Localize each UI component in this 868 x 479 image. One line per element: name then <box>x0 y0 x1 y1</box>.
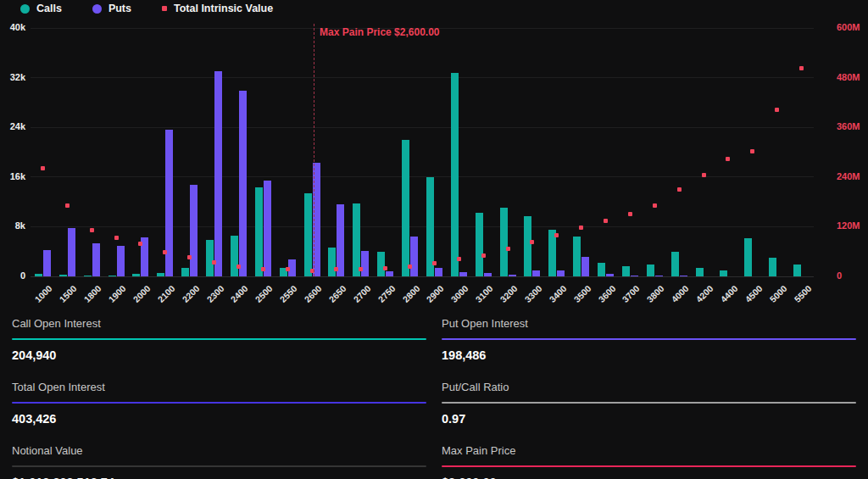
call-bar-2400[interactable] <box>231 236 238 276</box>
call-bar-1900[interactable] <box>108 276 116 276</box>
put-bar-2700[interactable] <box>361 251 369 276</box>
put-bar-1800[interactable] <box>92 243 100 276</box>
put-bar-3100[interactable] <box>484 273 492 276</box>
call-bar-3100[interactable] <box>476 213 483 276</box>
intrinsic-value-dot-2300[interactable] <box>212 260 216 265</box>
put-bar-2300[interactable] <box>214 71 222 276</box>
intrinsic-value-dot-3600[interactable] <box>604 219 608 223</box>
call-bar-2300[interactable] <box>206 240 214 276</box>
call-bar-2800[interactable] <box>402 140 409 276</box>
put-bar-2100[interactable] <box>165 130 173 276</box>
intrinsic-value-dot-2650[interactable] <box>334 267 338 271</box>
intrinsic-value-dot-2200[interactable] <box>187 255 192 259</box>
intrinsic-value-dot-3700[interactable] <box>628 212 632 216</box>
call-bar-1000[interactable] <box>35 274 42 276</box>
call-bar-3500[interactable] <box>573 237 581 276</box>
put-bar-4000[interactable] <box>680 276 687 276</box>
call-bar-2500[interactable] <box>255 187 263 276</box>
intrinsic-value-dot-2550[interactable] <box>286 267 290 271</box>
intrinsic-value-dot-3200[interactable] <box>506 247 510 251</box>
call-bar-4400[interactable] <box>720 270 727 276</box>
intrinsic-value-dot-1500[interactable] <box>65 203 70 208</box>
call-bar-2200[interactable] <box>181 268 189 276</box>
intrinsic-value-dot-2100[interactable] <box>163 250 167 254</box>
call-bar-2100[interactable] <box>157 273 164 276</box>
legend-item-total-intrinsic-value[interactable]: Total Intrinsic Value <box>162 3 273 14</box>
call-bar-3800[interactable] <box>647 265 654 276</box>
intrinsic-value-dot-2500[interactable] <box>261 267 265 271</box>
intrinsic-value-dot-1000[interactable] <box>41 166 45 170</box>
stat-underline-total-open-interest <box>12 402 426 404</box>
call-bar-4500[interactable] <box>744 238 752 276</box>
intrinsic-value-dot-4400[interactable] <box>726 157 730 161</box>
call-bar-4000[interactable] <box>671 252 679 276</box>
intrinsic-value-dot-1800[interactable] <box>90 228 94 232</box>
intrinsic-value-dot-3300[interactable] <box>530 240 534 244</box>
put-bar-3500[interactable] <box>581 257 589 276</box>
intrinsic-value-dot-2700[interactable] <box>359 267 363 271</box>
put-bar-3600[interactable] <box>606 274 614 276</box>
intrinsic-value-dot-2000[interactable] <box>138 242 142 246</box>
call-bar-3200[interactable] <box>500 208 508 276</box>
intrinsic-value-dot-2750[interactable] <box>383 266 387 270</box>
intrinsic-value-dot-3400[interactable] <box>554 233 559 237</box>
intrinsic-value-dot-4000[interactable] <box>677 187 682 192</box>
intrinsic-value-dot-5000[interactable] <box>775 108 779 112</box>
x-axis-label-4200: 4200 <box>694 283 715 304</box>
x-axis-label-2650: 2650 <box>326 283 348 304</box>
put-bar-2750[interactable] <box>386 271 393 276</box>
x-axis-label-2200: 2200 <box>180 283 201 304</box>
call-bar-4200[interactable] <box>696 268 704 276</box>
put-bar-3400[interactable] <box>557 270 565 276</box>
put-bar-1900[interactable] <box>117 246 125 276</box>
intrinsic-value-dot-2400[interactable] <box>236 265 241 269</box>
call-bar-3700[interactable] <box>622 266 630 276</box>
call-bar-1800[interactable] <box>84 276 92 276</box>
gridline <box>31 127 814 128</box>
call-bar-3300[interactable] <box>524 216 531 276</box>
intrinsic-value-dot-1900[interactable] <box>114 236 119 240</box>
intrinsic-value-dot-2900[interactable] <box>432 261 437 265</box>
put-bar-2500[interactable] <box>264 181 271 276</box>
put-bar-2200[interactable] <box>190 185 198 276</box>
put-bar-3000[interactable] <box>459 272 467 276</box>
put-bar-2650[interactable] <box>337 204 344 276</box>
legend-item-puts[interactable]: Puts <box>92 3 131 14</box>
put-bar-2800[interactable] <box>410 237 418 276</box>
call-bar-2700[interactable] <box>353 203 360 276</box>
left-axis-tick: 24k <box>0 121 25 131</box>
left-axis-tick: 32k <box>0 72 25 82</box>
call-bar-5500[interactable] <box>793 265 801 276</box>
call-bar-2000[interactable] <box>132 274 140 276</box>
intrinsic-value-dot-3000[interactable] <box>457 257 461 261</box>
intrinsic-value-dot-5500[interactable] <box>799 66 804 70</box>
right-axis-tick: 0 <box>837 270 842 281</box>
intrinsic-value-dot-3800[interactable] <box>653 203 657 208</box>
put-bar-1500[interactable] <box>68 228 75 276</box>
intrinsic-value-dot-2800[interactable] <box>408 265 412 269</box>
stat-label-call-open-interest: Call Open Interest <box>12 317 426 330</box>
call-bar-3000[interactable] <box>451 73 459 276</box>
put-bar-3800[interactable] <box>655 276 663 276</box>
call-bar-2650[interactable] <box>328 248 336 276</box>
call-bar-1500[interactable] <box>59 275 67 276</box>
x-axis-label-1500: 1500 <box>58 283 79 304</box>
put-bar-3700[interactable] <box>631 276 638 276</box>
call-bar-5000[interactable] <box>769 258 776 276</box>
intrinsic-value-dot-4500[interactable] <box>750 149 754 153</box>
put-bar-2400[interactable] <box>239 91 247 276</box>
call-bar-3600[interactable] <box>598 263 605 276</box>
call-bar-2750[interactable] <box>377 252 385 276</box>
put-bar-2900[interactable] <box>435 268 442 276</box>
left-axis-tick: 8k <box>0 220 25 231</box>
intrinsic-value-dot-4200[interactable] <box>702 173 706 177</box>
put-bar-1000[interactable] <box>43 250 51 276</box>
put-bar-3300[interactable] <box>532 270 540 276</box>
stat-label-put-call-ratio: Put/Call Ratio <box>442 381 856 393</box>
put-bar-3200[interactable] <box>509 275 516 276</box>
call-bar-2600[interactable] <box>304 193 312 276</box>
legend-item-calls[interactable]: Calls <box>20 3 62 14</box>
intrinsic-value-dot-3100[interactable] <box>481 253 486 258</box>
intrinsic-value-dot-3500[interactable] <box>579 226 583 230</box>
stat-put-open-interest: Put Open Interest198,486 <box>442 312 856 376</box>
